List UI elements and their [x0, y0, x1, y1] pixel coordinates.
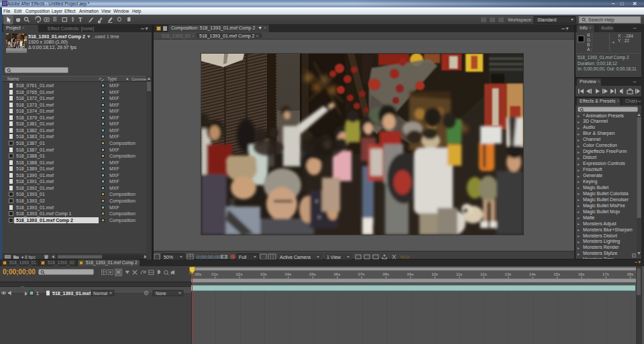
svg-text:08s: 08s — [382, 272, 389, 276]
svg-text:Normal: Normal — [93, 291, 108, 296]
svg-text:17s: 17s — [602, 272, 609, 276]
svg-text:Active Camera: Active Camera — [280, 255, 311, 260]
svg-text:1: 1 — [36, 291, 39, 296]
svg-text:05s: 05s — [309, 272, 316, 276]
svg-text:Standard: Standard — [537, 17, 557, 22]
svg-text:None: None — [156, 291, 166, 296]
svg-text:07s: 07s — [358, 272, 365, 276]
svg-text:16s: 16s — [578, 272, 585, 276]
svg-text:12s: 12s — [480, 272, 487, 276]
svg-text:▾ 8 bpc: ▾ 8 bpc — [21, 255, 36, 260]
svg-text:Search Help: Search Help — [588, 17, 614, 23]
svg-text:14s: 14s — [529, 272, 536, 276]
svg-text:13s: 13s — [504, 272, 511, 276]
svg-text:518_1393_01.mxf: 518_1393_01.mxf — [52, 291, 91, 296]
svg-text:04s: 04s — [285, 272, 292, 276]
svg-text:03s: 03s — [260, 272, 267, 276]
svg-text:+0.0: +0.0 — [400, 255, 409, 260]
svg-text:50%: 50% — [164, 255, 173, 260]
svg-text:10s: 10s — [431, 272, 438, 276]
svg-text:Workspace:: Workspace: — [508, 17, 533, 23]
svg-text:01s: 01s — [211, 272, 218, 276]
svg-text:09s: 09s — [407, 272, 414, 276]
svg-text:06s: 06s — [333, 272, 340, 276]
svg-text:1 View: 1 View — [327, 255, 341, 260]
svg-text:Full: Full — [239, 255, 247, 260]
svg-text:02s: 02s — [236, 272, 243, 276]
svg-text:15s: 15s — [553, 272, 560, 276]
svg-text:11s: 11s — [456, 272, 462, 276]
svg-text:18s: 18s — [627, 272, 633, 276]
